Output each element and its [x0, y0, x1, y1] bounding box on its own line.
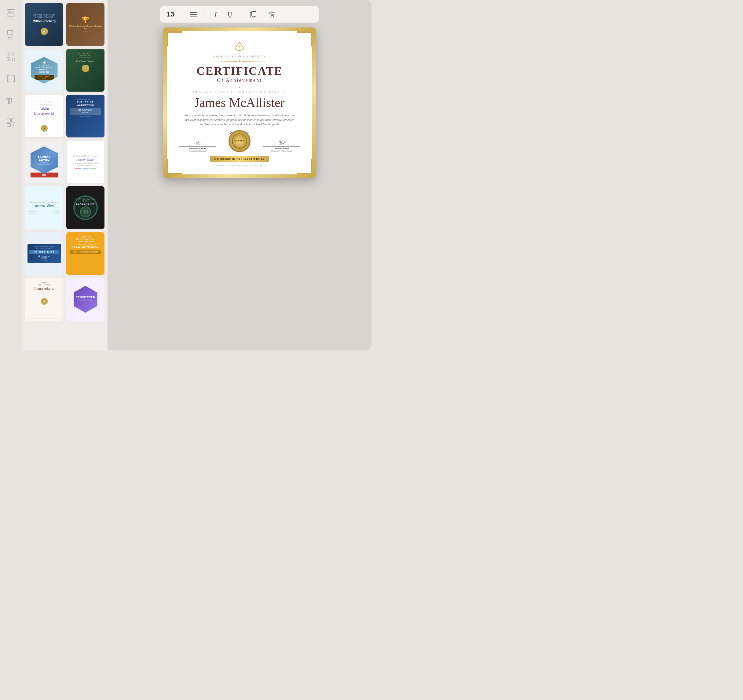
cert-description: For successfully completing the course o…	[179, 113, 300, 126]
left-toolbar: T t	[0, 0, 22, 350]
font-size-value[interactable]: 13	[166, 10, 175, 18]
svg-rect-4	[8, 37, 12, 39]
template-item[interactable]: 🏆 Defining Business & Product Strategy 1…	[66, 3, 105, 46]
cert-recipient-name: James McAllister	[179, 95, 300, 110]
cert-seal: YOUR TEXT	[228, 130, 250, 152]
svg-rect-6	[8, 54, 9, 55]
cert-id-bar: Certificate ID No: 426587FNHB7	[210, 156, 269, 162]
cert-presented-label: This Certificate is Proudly Presented To	[179, 90, 300, 93]
text-tool-icon[interactable]: T t	[4, 94, 18, 108]
cert-signer1-name: Andrew Schulz	[179, 147, 216, 150]
corner-br	[297, 159, 312, 174]
cert-signer2: ℬ𝓁 Brandi Love Chairman of the Board	[263, 140, 300, 152]
svg-rect-14	[14, 59, 15, 61]
qr-tool-icon[interactable]	[4, 50, 18, 64]
template-item[interactable]: CERTIFICATE of Completion Adam Manayewsk…	[25, 95, 63, 137]
cert-title-sub: Of Achievement	[179, 78, 300, 83]
template-item[interactable]: Certificate of Achievement Joanna Allen …	[25, 186, 63, 229]
template-item[interactable]: REGISTERED Association Member 2023	[66, 278, 105, 321]
templates-panel: CERTIFICATE OF ACHIEVEMENT Milton Freebe…	[22, 0, 108, 350]
toolbar-divider-3	[241, 10, 241, 19]
cert-signatures: 𝒜𝓈 Andrew Schulz Graduate Director YOUR …	[179, 140, 300, 152]
template-item[interactable]: ✚ CERTIFIED PRACTITIONER IN MENTALHEALTH…	[25, 49, 63, 92]
svg-rect-17	[7, 119, 10, 122]
italic-button[interactable]: I	[212, 9, 219, 19]
cert-signer1: 𝒜𝓈 Andrew Schulz Graduate Director	[179, 140, 216, 152]
editor-toolbar: 13 I U	[160, 6, 319, 23]
certificate-preview: Name of Your University Certificate Of A…	[163, 28, 316, 178]
svg-rect-13	[12, 59, 13, 61]
svg-rect-10	[8, 59, 9, 60]
underline-button[interactable]: U	[225, 10, 234, 19]
toolbar-divider-2	[206, 10, 206, 19]
cert-sig1-script: 𝒜𝓈	[179, 140, 216, 146]
certificate-inner: Name of Your University Certificate Of A…	[167, 31, 312, 174]
grid-add-tool-icon[interactable]	[4, 116, 18, 130]
image-tool-icon[interactable]	[4, 6, 18, 19]
svg-rect-12	[14, 58, 15, 59]
cert-sig2-script: ℬ𝓁	[263, 140, 300, 146]
svg-text:t: t	[11, 98, 13, 105]
delete-button[interactable]	[266, 9, 278, 19]
svg-rect-19	[7, 123, 10, 127]
corner-tr	[297, 31, 312, 46]
svg-rect-8	[13, 54, 14, 55]
template-item[interactable]: ATTENDED WEBINAR ABOUT LEADERSHIP YOURLO…	[66, 186, 105, 229]
template-item[interactable]: Company Name RECOGNITIONCERTIFICATE This…	[66, 232, 105, 275]
paint-tool-icon[interactable]	[4, 28, 18, 41]
template-item[interactable]: EUNA CERTIFICATE Laura Adams ...........…	[25, 278, 63, 321]
template-item[interactable]: CERTIFICATE OF TRAINING Michael Smith ★	[66, 49, 105, 92]
corner-bl	[167, 159, 182, 174]
cert-university: Name of Your University	[179, 55, 300, 58]
svg-point-31	[238, 45, 240, 47]
copy-button[interactable]	[247, 10, 260, 19]
cert-logo	[179, 40, 300, 54]
template-item[interactable]: CERTIFICATE OF ACHIEVEMENT Milton Freebe…	[25, 3, 63, 46]
bracket-tool-icon[interactable]	[4, 72, 18, 86]
main-editor: 13 I U	[108, 0, 372, 350]
cert-signer2-name: Brandi Love	[263, 147, 300, 150]
svg-rect-18	[12, 119, 15, 122]
align-button[interactable]	[187, 10, 200, 19]
template-item[interactable]: PARTICIPANT OF FUTURE OFMARKETING 🏢 COMP…	[66, 95, 105, 137]
svg-rect-11	[12, 58, 13, 59]
cert-signer2-title: Chairman of the Board	[263, 150, 300, 152]
template-item[interactable]: THE OWNER OF THIS DEGREE IS THE HR SPECI…	[25, 232, 63, 275]
cert-seal-text: YOUR TEXT	[234, 140, 245, 142]
corner-tl	[167, 31, 182, 46]
template-item[interactable]: CERTIFICATE of Training Jeremy Baker For…	[66, 140, 105, 183]
svg-rect-0	[7, 9, 15, 16]
cert-signer1-title: Graduate Director	[179, 150, 216, 152]
cert-title-main: Certificate	[179, 65, 300, 78]
template-item[interactable]: EXPERTLEVEL CustomerSuccess Specialist 2…	[25, 140, 63, 183]
svg-rect-26	[252, 12, 256, 16]
toolbar-divider-1	[181, 10, 181, 19]
svg-rect-2	[7, 31, 13, 35]
cert-website: WWW.YOURNIVERSITY.COM	[179, 164, 300, 167]
